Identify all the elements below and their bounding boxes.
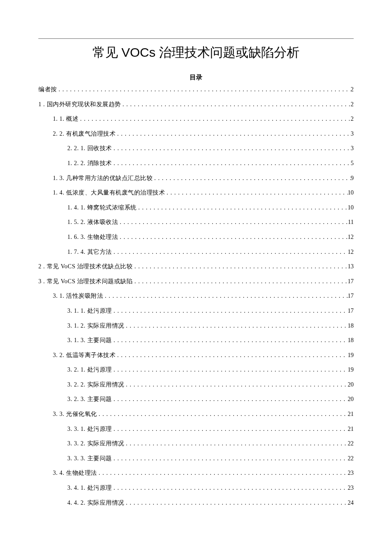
toc-page-number: 17 [348,291,354,302]
toc-page-number: 19 [348,350,354,361]
toc-label: 3. 1. 3. 主要问题 [67,335,112,346]
toc-page-number: 11 [348,217,354,228]
toc-leader-dots [112,394,348,405]
toc-leader-dots [153,173,351,184]
toc-label: 3. 4. 生物处理法 [53,468,97,479]
toc-page-number: 18 [348,320,354,332]
toc-entry: 1. 1. 概述2 [38,113,354,125]
toc-leader-dots [97,409,348,420]
toc-page-number: 21 [348,409,354,420]
toc-leader-dots [112,482,348,494]
toc-label: 3. 3. 2. 实际应用情况 [67,438,124,450]
toc-page-number: 3 [351,143,354,154]
toc-label: 3. 3. 3. 主要问题 [67,453,112,465]
toc-label: 3 . 常见 VoCS 治理技术问题或缺陷 [38,276,133,288]
toc-leader-dots [118,232,348,243]
toc-leader-dots [115,128,351,140]
toc-entry: 3. 2. 1. 处污原理19 [38,364,354,376]
toc-entry: 3. 3. 1. 处污原理21 [38,424,354,435]
toc-leader-dots [112,143,351,154]
toc-leader-dots [112,453,348,465]
toc-leader-dots [121,99,351,110]
toc-entry: 1. 3. 几种常用方法的优缺点汇总比较9 [38,173,354,184]
toc-page-number: 10 [348,202,354,214]
toc-label: 4. 4. 2. 实际应用情况 [67,497,124,509]
toc-entry: 3. 3. 光催化氧化21 [38,409,354,420]
toc-label: 3. 2. 低温等离子体技术 [53,350,115,361]
toc-page-number: 5 [351,158,354,169]
toc-label: 3. 2. 3. 主要问题 [67,394,112,405]
toc-label: 3. 1. 2. 实际应用情况 [67,320,124,332]
toc-page-number: 2 [351,99,354,110]
toc-entry: 1. 6. 3. 生物处理法12 [38,232,354,243]
toc-label: 3. 1. 1. 处污原理 [67,305,112,317]
toc-leader-dots [124,438,348,450]
top-rule [38,38,354,39]
toc-label: 2. 2. 1. 回收技术 [67,143,112,154]
toc-label: 1. 3. 几种常用方法的优缺点汇总比较 [53,173,153,184]
toc-leader-dots [124,320,348,332]
toc-leader-dots [57,84,351,96]
toc-page-number: 17 [348,305,354,317]
toc-leader-dots [133,276,348,288]
toc-entry: 3. 3. 2. 实际应用情况22 [38,438,354,450]
toc-entry: 2 . 常见 VoCS 治理技术优缺点比较13 [38,261,354,273]
toc-entry: 3. 2. 2. 实际应用情况20 [38,379,354,391]
toc-page-number: 18 [348,335,354,346]
toc-leader-dots [112,335,348,346]
toc-entry: 1. 5. 2. 液体吸收法11 [38,217,354,228]
toc-label: 2 . 常见 VoCS 治理技术优缺点比较 [38,261,133,273]
toc-leader-dots [103,291,348,302]
toc-page-number: 23 [348,468,354,479]
toc-entry: 3. 1. 2. 实际应用情况18 [38,320,354,332]
toc-label: 3. 4. 1. 处污原理 [67,482,112,494]
toc-page-number: 20 [348,379,354,391]
toc-label: 1. 6. 3. 生物处理法 [67,232,118,243]
toc-label: 1 . 国内外研究现状和发展趋势 [38,99,121,110]
toc-entry: 1. 7. 4. 其它方法12 [38,247,354,258]
toc-leader-dots [115,350,348,361]
toc-leader-dots [118,217,348,228]
toc-label: 3. 2. 1. 处污原理 [67,364,112,376]
toc-page-number: 12 [348,247,354,258]
toc-entry: 1. 4. 低浓度、大风量有机废气的治理技术10 [38,187,354,199]
toc-entry: 4. 4. 2. 实际应用情况24 [38,497,354,509]
toc-page-number: 2 [351,113,354,125]
toc-container: 编者按21 . 国内外研究现状和发展趋势21. 1. 概述22. 2. 有机废气… [38,84,354,509]
toc-entry: 3. 1. 3. 主要问题18 [38,335,354,346]
toc-entry: 3 . 常见 VoCS 治理技术问题或缺陷17 [38,276,354,288]
toc-leader-dots [137,202,348,214]
toc-leader-dots [112,305,348,317]
toc-page-number: 23 [348,482,354,494]
toc-entry: 3. 3. 3. 主要问题22 [38,453,354,465]
toc-page-number: 21 [348,424,354,435]
toc-entry: 1. 2. 2. 消除技术5 [38,158,354,169]
toc-page-number: 3 [351,128,354,140]
toc-leader-dots [97,468,348,479]
toc-entry: 2. 2. 有机废气治理技术3 [38,128,354,140]
toc-page-number: 22 [348,453,354,465]
toc-page-number: 2 [351,84,354,96]
toc-label: 编者按 [38,84,57,96]
toc-leader-dots [112,424,348,435]
toc-page-number: 13 [348,261,354,273]
toc-page-number: 9 [351,173,354,184]
toc-entry: 3. 4. 生物处理法23 [38,468,354,479]
toc-page-number: 17 [348,276,354,288]
toc-page-number: 19 [348,364,354,376]
toc-entry: 2. 2. 1. 回收技术3 [38,143,354,154]
toc-page-number: 24 [348,497,354,509]
toc-page-number: 10 [348,187,354,199]
toc-leader-dots [112,364,348,376]
toc-label: 3. 3. 光催化氧化 [53,409,97,420]
toc-leader-dots [78,113,351,125]
toc-leader-dots [124,497,348,509]
toc-label: 1. 1. 概述 [53,113,78,125]
toc-page-number: 22 [348,438,354,450]
toc-label: 3. 1. 活性炭吸附法 [53,291,103,302]
toc-entry: 3. 2. 低温等离子体技术19 [38,350,354,361]
toc-label: 2. 2. 有机废气治理技术 [53,128,115,140]
toc-leader-dots [133,261,348,273]
toc-label: 3. 3. 1. 处污原理 [67,424,112,435]
toc-entry: 1. 4. 1. 蜂窝轮式浓缩系统10 [38,202,354,214]
